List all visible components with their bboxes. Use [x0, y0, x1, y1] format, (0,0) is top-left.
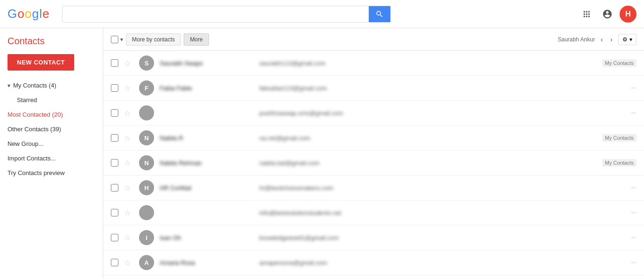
table-row: ☆ H HR CorMail hr@bestchoicemakers.com — [103, 175, 644, 200]
avatar — [139, 205, 154, 220]
row-checkbox[interactable] — [111, 209, 118, 216]
select-all-checkbox[interactable] — [111, 36, 118, 43]
google-logo: G o o g l e — [8, 7, 54, 21]
settings-button[interactable]: ⚙ ▾ — [618, 34, 636, 45]
sidebar-item-other-contacts[interactable]: Other Contacts (39) — [0, 122, 103, 136]
contact-email: saurabh113@gmail.com — [259, 60, 597, 67]
star-icon[interactable]: ☆ — [124, 183, 133, 192]
contact-email: nabila.bal@gmail.com — [259, 159, 597, 167]
contact-email: prarthnaswap.sms@gmail.com — [259, 110, 625, 117]
logo-o1: o — [17, 7, 23, 21]
sidebar-item-starred[interactable]: Starred — [0, 93, 103, 107]
row-checkbox[interactable] — [111, 234, 118, 241]
contact-name: HR CorMail — [160, 184, 254, 191]
contact-label — [631, 237, 636, 239]
search-input[interactable] — [62, 6, 369, 22]
contact-name: Saurabh Swaps — [160, 60, 254, 67]
table-row: ☆ N Nabila R na.net@gmail.com My Contact… — [103, 126, 644, 151]
header-right: H — [578, 6, 636, 23]
contact-email: fabsafae113@gmail.com — [259, 85, 625, 92]
star-icon[interactable]: ☆ — [124, 258, 133, 267]
contact-email: info@bestsolutionstudents.net — [259, 209, 625, 216]
sidebar-item-label: Try Contacts preview — [8, 169, 65, 176]
sidebar-item-label: My Contacts (4) — [13, 82, 56, 89]
row-checkbox[interactable] — [111, 184, 118, 191]
star-icon[interactable]: ☆ — [124, 109, 133, 118]
star-icon[interactable]: ☆ — [124, 208, 133, 217]
row-checkbox[interactable] — [111, 109, 118, 117]
pagination-info: Saurabh Ankur — [558, 36, 595, 43]
sort-by-contacts-button[interactable]: More by contacts — [126, 33, 181, 46]
avatar: I — [139, 230, 154, 245]
search-bar — [62, 6, 391, 23]
row-checkbox[interactable] — [111, 259, 118, 266]
table-row: ☆ R R Anwar sami.a@live.com — [103, 275, 644, 279]
contact-label — [631, 87, 636, 89]
table-row: ☆ F Fabia Fable fabsafae113@gmail.com — [103, 76, 644, 101]
contact-list: ☆ S Saurabh Swaps saurabh113@gmail.com M… — [103, 51, 644, 279]
more-button[interactable]: More — [184, 33, 209, 46]
account-icon[interactable] — [599, 6, 616, 23]
sidebar-item-most-contacted[interactable]: Most Contacted (20) — [0, 107, 103, 122]
star-icon[interactable]: ☆ — [124, 134, 133, 143]
app-body: Contacts NEW CONTACT ▾ My Contacts (4) S… — [0, 28, 644, 279]
prev-page-button[interactable]: ‹ — [599, 34, 605, 45]
contact-label — [631, 262, 636, 263]
table-row: ☆ S Saurabh Swaps saurabh113@gmail.com M… — [103, 51, 644, 76]
sidebar-item-label: Starred — [17, 96, 37, 104]
contact-name: Fabia Fable — [160, 85, 254, 92]
apps-icon[interactable] — [578, 6, 595, 23]
next-page-button[interactable]: › — [608, 34, 614, 45]
row-checkbox[interactable] — [111, 134, 118, 142]
contact-email: na.net@gmail.com — [259, 135, 597, 142]
sidebar-item-contacts-preview[interactable]: Try Contacts preview — [0, 166, 103, 180]
table-row: ☆ prarthnaswap.sms@gmail.com — [103, 101, 644, 126]
contact-label — [631, 187, 636, 189]
sidebar-item-new-group[interactable]: New Group... — [0, 136, 103, 151]
avatar: A — [139, 255, 154, 270]
search-button[interactable] — [369, 6, 390, 22]
chevron-down-icon: ▾ — [8, 82, 10, 89]
sidebar: Contacts NEW CONTACT ▾ My Contacts (4) S… — [0, 28, 103, 279]
contact-label: My Contacts — [602, 159, 636, 167]
gear-icon: ⚙ — [622, 36, 628, 43]
logo-o2: o — [25, 7, 31, 21]
sidebar-item-import-contacts[interactable]: Import Contacts... — [0, 151, 103, 166]
contact-email: hr@bestchoicemakers.com — [259, 184, 625, 191]
star-icon[interactable]: ☆ — [124, 233, 133, 242]
toolbar-right: Saurabh Ankur ‹ › ⚙ ▾ — [558, 34, 636, 45]
toolbar: ▾ More by contacts More Saurabh Ankur ‹ … — [103, 28, 644, 51]
contact-label — [631, 212, 636, 214]
logo-e: e — [42, 7, 48, 21]
star-icon[interactable]: ☆ — [124, 84, 133, 93]
row-checkbox[interactable] — [111, 59, 118, 67]
sidebar-item-label: Other Contacts (39) — [8, 126, 61, 133]
avatar: N — [139, 155, 154, 170]
new-contact-button[interactable]: NEW CONTACT — [8, 54, 74, 71]
star-icon[interactable]: ☆ — [124, 159, 133, 167]
toolbar-left: ▾ More by contacts More — [111, 33, 209, 46]
contact-name: Nabila R — [160, 135, 254, 142]
contact-email: knowledgeaneil1@gmail.com — [259, 234, 625, 241]
avatar[interactable]: H — [620, 6, 636, 23]
star-icon[interactable]: ☆ — [124, 59, 133, 68]
logo-g: G — [8, 7, 16, 21]
chevron-down-icon[interactable]: ▾ — [120, 36, 123, 43]
contact-name: Nabila Rehman — [160, 159, 254, 167]
contact-email: amapersona@gmail.com — [259, 259, 625, 266]
sidebar-item-label: Most Contacted (20) — [8, 111, 63, 118]
table-row: ☆ N Nabila Rehman nabila.bal@gmail.com M… — [103, 151, 644, 175]
search-icon — [375, 10, 384, 18]
contact-name: Amaria Rosa — [160, 259, 254, 266]
avatar: S — [139, 56, 154, 71]
header: G o o g l e H — [0, 0, 644, 28]
row-checkbox[interactable] — [111, 84, 118, 92]
table-row: ☆ info@bestsolutionstudents.net — [103, 200, 644, 225]
sidebar-item-label: Import Contacts... — [8, 155, 56, 162]
contact-name: Isan Oh — [160, 234, 254, 241]
contact-label — [631, 112, 636, 114]
avatar: N — [139, 130, 154, 145]
contact-label: My Contacts — [602, 134, 636, 142]
row-checkbox[interactable] — [111, 159, 118, 167]
sidebar-item-my-contacts[interactable]: ▾ My Contacts (4) — [0, 78, 103, 93]
